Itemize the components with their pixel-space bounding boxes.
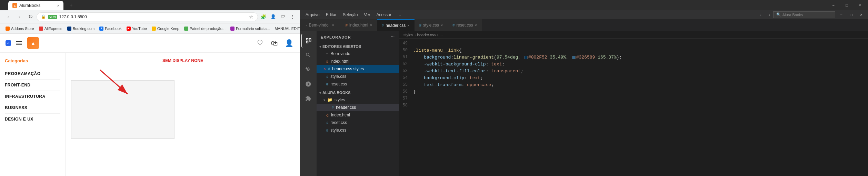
- bookmark-youtube[interactable]: ▶ YouTube: [124, 26, 149, 31]
- header-css-icon: #: [382, 23, 384, 28]
- code-line-50: 50 .lista-menu__link{: [399, 47, 868, 54]
- bookmark-manual-editor[interactable]: MANUAL EDITOR: [272, 26, 300, 31]
- file-header-css-sidebar[interactable]: # header.css: [317, 104, 399, 111]
- nav-back-button[interactable]: ‹: [3, 12, 13, 22]
- code-line-58: 58: [399, 102, 868, 109]
- address-text: 127.0.0.1:5500: [59, 14, 247, 19]
- vscode-win-maximize[interactable]: □: [847, 12, 855, 17]
- vscode-menubar: Arquivo Editar Seleção Ver Acessar ... ←…: [300, 10, 868, 19]
- vscode-tab-index-html[interactable]: # index.html ×: [341, 19, 377, 31]
- browser-tab-alurabooks[interactable]: ▲ AluraBooks ×: [8, 1, 63, 10]
- nav-item-business[interactable]: BUSINESS: [5, 102, 60, 114]
- open-editor-reset-css[interactable]: # reset.css: [317, 80, 399, 88]
- menu-acessar[interactable]: Acessar: [373, 12, 394, 18]
- bookmark-painel[interactable]: Painel de produção...: [182, 26, 228, 31]
- nav-forward-button[interactable]: ›: [14, 12, 24, 22]
- open-editors-section: ▾ EDITORES ABERTOS ~ Bem-vindo # index.h…: [317, 43, 399, 88]
- open-editor-index-html[interactable]: # index.html: [317, 58, 399, 65]
- file-style-css-sidebar[interactable]: # style.css: [317, 126, 399, 134]
- menu-editar[interactable]: Editar: [323, 12, 339, 18]
- hamburger-menu[interactable]: [14, 40, 23, 46]
- breadcrumb-styles[interactable]: styles: [403, 33, 413, 37]
- header-css-close[interactable]: ×: [407, 23, 409, 28]
- vscode-tab-reset-css[interactable]: # reset.css ×: [448, 19, 482, 31]
- bookmark-formulario[interactable]: Formulário solicita...: [228, 26, 272, 31]
- extensions-icon[interactable]: 🧩: [259, 13, 268, 21]
- nav-item-programacao[interactable]: PROGRAMAÇÃO: [5, 68, 60, 80]
- activity-source-control[interactable]: [301, 63, 315, 76]
- activity-explorer[interactable]: [301, 34, 315, 48]
- bookmark-google-keep[interactable]: Google Keep: [150, 26, 181, 31]
- reset-css-close[interactable]: ×: [475, 23, 477, 27]
- profile-icon[interactable]: 👤: [269, 13, 277, 21]
- checkbox-icon[interactable]: ✓: [6, 40, 11, 46]
- sem-display-none: SEM DISPLAY NONE: [71, 58, 295, 63]
- alura-books-header[interactable]: ▾ ALURA BOOKS: [317, 89, 399, 96]
- menu-selecao[interactable]: Seleção: [340, 12, 360, 18]
- bookmark-aliexpress[interactable]: AliExpress: [37, 26, 64, 31]
- folder-styles-arrow: ▾: [323, 98, 325, 102]
- code-editor[interactable]: 49 50 .lista-menu__link{ 51 background:l…: [399, 39, 868, 176]
- vscode-nav-back[interactable]: ←: [759, 12, 764, 18]
- site-sidebar: Categorias PROGRAMAÇÃO FRONT-END INFRAES…: [0, 53, 66, 176]
- vscode-tab-bem-vindo[interactable]: ~ Bem-vindo ×: [300, 19, 341, 31]
- bookmark-addons-store[interactable]: Addons Store: [3, 26, 36, 31]
- star-icon[interactable]: ☆: [249, 14, 253, 20]
- nav-item-frontend[interactable]: FRONT-END: [5, 80, 60, 91]
- menu-more[interactable]: ...: [395, 12, 404, 18]
- open-editor-bem-vindo[interactable]: ~ Bem-vindo: [317, 50, 399, 58]
- bem-vindo-close[interactable]: ×: [330, 22, 336, 28]
- security-icon[interactable]: 🛡: [279, 13, 287, 21]
- style-css-icon: #: [419, 23, 421, 27]
- vscode-nav-forward[interactable]: →: [766, 12, 771, 18]
- user-icon[interactable]: 👤: [283, 38, 295, 49]
- open-editors-arrow: ▾: [319, 45, 321, 49]
- win-minimize[interactable]: −: [828, 3, 838, 7]
- bookmark-booking[interactable]: Booking.com: [65, 26, 97, 31]
- open-editor-style-css[interactable]: # style.css: [317, 73, 399, 80]
- code-line-53: 53 -webkit-text-fill-color: transparent;: [399, 68, 868, 74]
- vscode-win-minimize[interactable]: −: [837, 12, 845, 17]
- nav-item-design-ux[interactable]: DESIGN E UX: [5, 114, 60, 125]
- nav-item-infraestrutura[interactable]: INFRAESTRUTURA: [5, 91, 60, 102]
- code-line-52: 52 -webkit-background-clip: text;: [399, 61, 868, 68]
- wishlist-icon[interactable]: ♡: [255, 38, 266, 49]
- bem-vindo-icon: ~: [305, 23, 307, 27]
- activity-run-debug[interactable]: [301, 77, 315, 91]
- cart-icon[interactable]: 🛍: [269, 38, 280, 49]
- settings-icon[interactable]: ⋮: [288, 13, 297, 21]
- file-reset-css-sidebar[interactable]: # reset.css: [317, 119, 399, 126]
- breadcrumb-file[interactable]: header.css: [417, 33, 436, 37]
- alura-books-section: ▾ ALURA BOOKS ▾ 📁 styles # header.css: [317, 89, 399, 134]
- nav-refresh-button[interactable]: ↻: [26, 12, 35, 22]
- activity-search[interactable]: [301, 48, 315, 62]
- close-header-css-icon[interactable]: ×: [323, 66, 326, 71]
- sidebar-more-icon[interactable]: ⋯: [391, 35, 395, 39]
- new-tab-button[interactable]: +: [66, 0, 76, 10]
- menu-arquivo[interactable]: Arquivo: [303, 12, 322, 18]
- file-index-html-sidebar[interactable]: ◇ index.html: [317, 111, 399, 119]
- style-css-close[interactable]: ×: [441, 23, 443, 27]
- bookmarks-bar: Addons Store AliExpress Booking.com f Fa…: [0, 23, 300, 34]
- site-body: Categorias PROGRAMAÇÃO FRONT-END INFRAES…: [0, 53, 300, 176]
- title-bar: ▲ AluraBooks × + − □ ×: [0, 0, 868, 10]
- activity-bar: [300, 31, 317, 176]
- bookmark-facebook[interactable]: f Facebook: [97, 26, 123, 31]
- code-line-56: 56 }: [399, 88, 868, 95]
- activity-extensions[interactable]: [301, 92, 315, 105]
- browser-tab-close[interactable]: ×: [57, 3, 59, 8]
- menu-ver[interactable]: Ver: [361, 12, 373, 18]
- folder-styles[interactable]: ▾ 📁 styles: [317, 96, 399, 104]
- site-header: ✓ ▲ ♡ 🛍 👤: [0, 34, 300, 53]
- address-bar[interactable]: 🔒 VPN 127.0.0.1:5500 ☆: [37, 12, 258, 21]
- win-maximize[interactable]: □: [841, 3, 852, 7]
- index-html-close[interactable]: ×: [370, 23, 372, 27]
- win-close[interactable]: ×: [855, 3, 865, 7]
- vscode-search-bar[interactable]: 🔍 Alura Books: [773, 11, 835, 18]
- editor-breadcrumb: styles › header.css › ...: [399, 31, 868, 39]
- vscode-tab-header-css[interactable]: # header.css ×: [377, 19, 415, 31]
- open-editor-header-css[interactable]: × # header.css styles: [317, 65, 399, 73]
- vscode-tab-style-css[interactable]: # style.css ×: [415, 19, 448, 31]
- vscode-win-close[interactable]: ×: [857, 12, 865, 17]
- open-editors-header[interactable]: ▾ EDITORES ABERTOS: [317, 43, 399, 50]
